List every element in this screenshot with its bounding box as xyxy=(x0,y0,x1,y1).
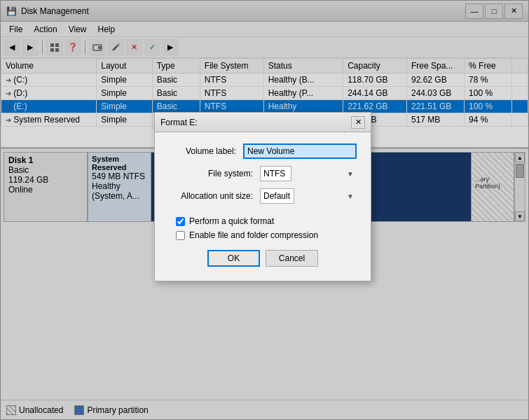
allocation-unit-label: Allocation unit size: xyxy=(169,191,260,201)
dialog-title-bar: Format E: ✕ xyxy=(155,113,371,132)
quick-format-row: Perform a quick format xyxy=(169,216,357,226)
volume-label-input[interactable] xyxy=(243,144,357,159)
file-system-select-wrapper: NTFS FAT32 exFAT ▼ xyxy=(260,166,357,181)
allocation-select-wrapper: Default 512 1024 2048 4096 ▼ xyxy=(260,188,357,204)
spacer xyxy=(169,211,357,216)
dialog-close-button[interactable]: ✕ xyxy=(351,116,365,129)
quick-format-label[interactable]: Perform a quick format xyxy=(189,216,274,226)
dialog-title-text: Format E: xyxy=(160,118,351,127)
dialog-body: Volume label: File system: NTFS FAT32 ex… xyxy=(155,132,371,281)
compression-label[interactable]: Enable file and folder compression xyxy=(189,230,318,240)
dialog-button-row: OK Cancel xyxy=(169,244,357,270)
format-dialog: Format E: ✕ Volume label: File system: N… xyxy=(154,112,371,281)
compression-row: Enable file and folder compression xyxy=(169,230,357,240)
file-system-label: File system: xyxy=(169,169,260,178)
quick-format-checkbox[interactable] xyxy=(176,217,185,226)
ok-button[interactable]: OK xyxy=(207,250,260,267)
dialog-overlay: Format E: ✕ Volume label: File system: N… xyxy=(0,0,529,420)
file-system-row: File system: NTFS FAT32 exFAT ▼ xyxy=(169,166,357,181)
cancel-button[interactable]: Cancel xyxy=(266,250,318,267)
volume-label-label: Volume label: xyxy=(169,146,243,156)
volume-label-row: Volume label: xyxy=(169,144,357,159)
chevron-down-icon: ▼ xyxy=(347,170,354,178)
allocation-unit-row: Allocation unit size: Default 512 1024 2… xyxy=(169,188,357,204)
file-system-select[interactable]: NTFS FAT32 exFAT xyxy=(260,166,291,181)
chevron-down-icon-2: ▼ xyxy=(347,192,354,200)
allocation-unit-select[interactable]: Default 512 1024 2048 4096 xyxy=(260,188,294,204)
compression-checkbox[interactable] xyxy=(176,231,185,240)
